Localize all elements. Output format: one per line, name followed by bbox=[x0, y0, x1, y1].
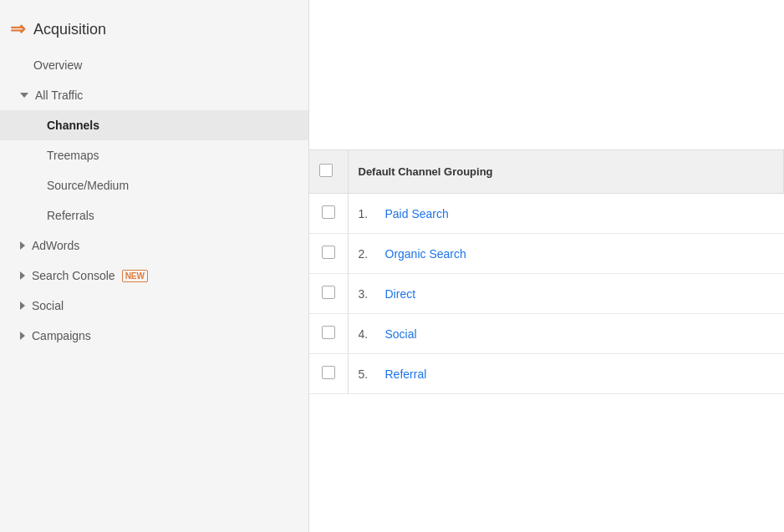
sidebar-item-social-label: Social bbox=[32, 299, 64, 312]
row-data-4: 4. Social bbox=[348, 314, 784, 354]
chevron-right-icon bbox=[20, 332, 25, 340]
row-link-1[interactable]: Paid Search bbox=[385, 207, 449, 220]
row-checkbox-1[interactable] bbox=[322, 205, 335, 219]
sidebar-item-channels-label: Channels bbox=[47, 119, 99, 132]
table-row: 5. Referral bbox=[309, 354, 784, 394]
row-data-5: 5. Referral bbox=[348, 354, 784, 394]
table-row: 2. Organic Search bbox=[309, 234, 784, 274]
row-num-1: 1. bbox=[359, 207, 382, 220]
row-num-3: 3. bbox=[359, 287, 382, 301]
table-row: 4. Social bbox=[309, 314, 784, 354]
row-num-5: 5. bbox=[359, 367, 382, 381]
row-checkbox-cell-4[interactable] bbox=[309, 314, 348, 354]
acquisition-icon: ⇒ bbox=[10, 18, 25, 40]
row-checkbox-cell-5[interactable] bbox=[309, 354, 348, 394]
channel-grouping-header: Default Channel Grouping bbox=[348, 150, 784, 194]
sidebar-acquisition-header[interactable]: ⇒ Acquisition bbox=[0, 8, 308, 50]
sidebar-item-treemaps-label: Treemaps bbox=[47, 149, 99, 162]
row-checkbox-cell-2[interactable] bbox=[309, 234, 348, 274]
row-link-4[interactable]: Social bbox=[385, 327, 417, 341]
chevron-down-icon bbox=[20, 93, 28, 98]
row-link-2[interactable]: Organic Search bbox=[385, 247, 466, 261]
sidebar-item-social[interactable]: Social bbox=[0, 291, 308, 321]
sidebar-item-all-traffic-label: All Traffic bbox=[35, 89, 83, 102]
sidebar-item-search-console[interactable]: Search Console NEW bbox=[0, 261, 308, 291]
row-checkbox-cell-3[interactable] bbox=[309, 274, 348, 314]
sidebar-item-overview-label: Overview bbox=[33, 58, 82, 72]
row-num-2: 2. bbox=[359, 247, 382, 261]
sidebar-item-source-medium-label: Source/Medium bbox=[47, 179, 129, 192]
row-link-3[interactable]: Direct bbox=[385, 287, 416, 301]
sidebar-item-search-console-label: Search Console bbox=[32, 269, 115, 282]
sidebar-item-referrals-label: Referrals bbox=[47, 209, 94, 222]
data-table: Default Channel Grouping 1. Paid Search bbox=[309, 150, 784, 394]
select-all-checkbox[interactable] bbox=[319, 164, 333, 177]
sidebar-item-adwords[interactable]: AdWords bbox=[0, 231, 308, 261]
row-checkbox-cell-1[interactable] bbox=[309, 194, 348, 234]
sidebar-item-source-medium[interactable]: Source/Medium bbox=[0, 170, 308, 200]
chevron-right-icon bbox=[20, 241, 25, 250]
sidebar-acquisition-label: Acquisition bbox=[33, 21, 106, 38]
sidebar-item-adwords-label: AdWords bbox=[32, 239, 79, 252]
sidebar-item-channels[interactable]: Channels bbox=[0, 110, 308, 140]
row-num-4: 4. bbox=[359, 327, 382, 341]
row-checkbox-2[interactable] bbox=[322, 246, 335, 259]
chart-area bbox=[309, 0, 784, 150]
chevron-right-icon bbox=[20, 301, 25, 310]
chevron-right-icon bbox=[20, 271, 25, 280]
row-data-3: 3. Direct bbox=[348, 274, 784, 314]
row-checkbox-3[interactable] bbox=[322, 286, 335, 299]
row-checkbox-5[interactable] bbox=[322, 366, 335, 379]
sidebar-item-referrals[interactable]: Referrals bbox=[0, 200, 308, 231]
sidebar: ⇒ Acquisition Overview All Traffic Chann… bbox=[0, 0, 309, 532]
row-checkbox-4[interactable] bbox=[322, 326, 335, 339]
select-all-checkbox-cell[interactable] bbox=[309, 150, 348, 194]
sidebar-item-campaigns[interactable]: Campaigns bbox=[0, 321, 308, 351]
sidebar-item-campaigns-label: Campaigns bbox=[32, 329, 91, 342]
new-badge: NEW bbox=[122, 270, 148, 282]
sidebar-item-all-traffic[interactable]: All Traffic bbox=[0, 80, 308, 110]
sidebar-item-overview[interactable]: Overview bbox=[0, 50, 308, 80]
main-content: Default Channel Grouping 1. Paid Search bbox=[309, 0, 784, 532]
table-row: 3. Direct bbox=[309, 274, 784, 314]
table-row: 1. Paid Search bbox=[309, 194, 784, 234]
sidebar-item-treemaps[interactable]: Treemaps bbox=[0, 140, 308, 170]
row-link-5[interactable]: Referral bbox=[385, 367, 427, 381]
row-data-1: 1. Paid Search bbox=[348, 194, 784, 234]
row-data-2: 2. Organic Search bbox=[348, 234, 784, 274]
